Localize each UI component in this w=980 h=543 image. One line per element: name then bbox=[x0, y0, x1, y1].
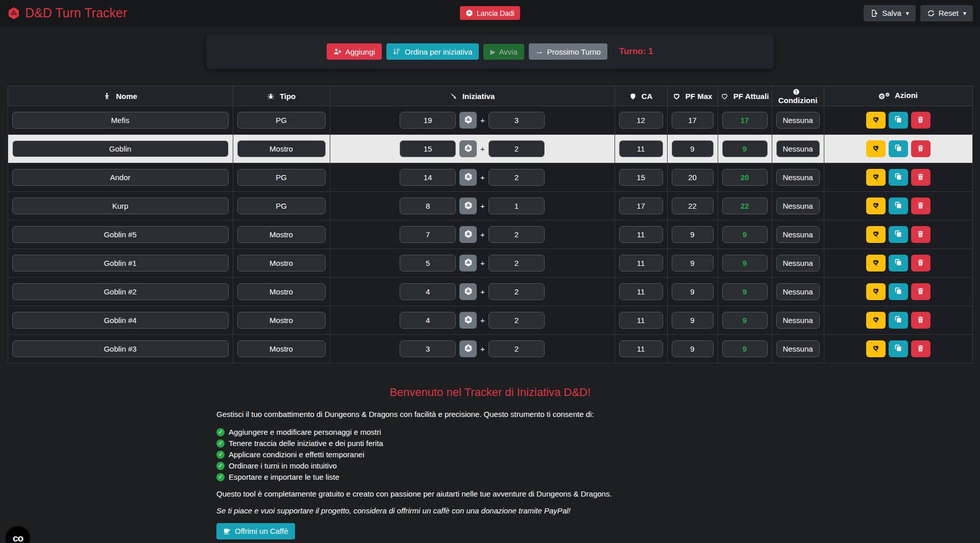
duplicate-button[interactable] bbox=[889, 140, 908, 157]
coffee-donation-button[interactable]: Offrimi un Caffè bbox=[216, 523, 295, 539]
conditions-input[interactable] bbox=[776, 226, 820, 243]
hp-current-input[interactable] bbox=[722, 255, 768, 272]
modifier-input[interactable] bbox=[488, 312, 545, 329]
type-input[interactable] bbox=[237, 226, 326, 243]
damage-heal-button[interactable] bbox=[866, 198, 886, 214]
hp-current-input[interactable] bbox=[722, 226, 768, 243]
armor-class-input[interactable] bbox=[619, 283, 663, 300]
damage-heal-button[interactable] bbox=[866, 255, 886, 272]
name-input[interactable] bbox=[12, 112, 229, 129]
duplicate-button[interactable] bbox=[889, 283, 908, 300]
delete-button[interactable] bbox=[911, 340, 930, 357]
hp-max-input[interactable] bbox=[672, 198, 714, 214]
roll-initiative-button[interactable] bbox=[459, 283, 477, 300]
modifier-input[interactable] bbox=[488, 112, 545, 129]
hp-current-input[interactable] bbox=[722, 283, 768, 300]
modifier-input[interactable] bbox=[488, 283, 545, 300]
name-input[interactable] bbox=[12, 169, 229, 186]
hp-current-input[interactable] bbox=[722, 312, 768, 329]
delete-button[interactable] bbox=[911, 140, 930, 157]
hp-max-input[interactable] bbox=[672, 169, 714, 186]
initiative-input[interactable] bbox=[400, 169, 456, 186]
modifier-input[interactable] bbox=[488, 255, 545, 272]
initiative-input[interactable] bbox=[400, 283, 456, 300]
duplicate-button[interactable] bbox=[889, 312, 908, 329]
type-input[interactable] bbox=[237, 140, 326, 157]
type-input[interactable] bbox=[237, 169, 326, 186]
duplicate-button[interactable] bbox=[889, 255, 908, 272]
armor-class-input[interactable] bbox=[619, 112, 663, 129]
duplicate-button[interactable] bbox=[889, 340, 908, 357]
conditions-input[interactable] bbox=[776, 255, 820, 272]
delete-button[interactable] bbox=[911, 226, 930, 243]
initiative-input[interactable] bbox=[400, 112, 456, 129]
start-combat-button[interactable]: ▶ Avvia bbox=[483, 44, 524, 60]
roll-initiative-button[interactable] bbox=[459, 226, 477, 243]
type-input[interactable] bbox=[237, 255, 326, 272]
initiative-input[interactable] bbox=[400, 340, 456, 357]
delete-button[interactable] bbox=[911, 283, 930, 300]
save-dropdown-button[interactable]: Salva ▾ bbox=[864, 5, 916, 21]
delete-button[interactable] bbox=[911, 312, 930, 329]
armor-class-input[interactable] bbox=[619, 255, 663, 272]
conditions-input[interactable] bbox=[776, 198, 820, 214]
name-input[interactable] bbox=[12, 255, 229, 272]
name-input[interactable] bbox=[12, 140, 229, 157]
delete-button[interactable] bbox=[911, 198, 930, 214]
hp-current-input[interactable] bbox=[722, 169, 768, 186]
modifier-input[interactable] bbox=[488, 169, 545, 186]
roll-initiative-button[interactable] bbox=[459, 198, 477, 214]
hp-max-input[interactable] bbox=[672, 255, 714, 272]
modifier-input[interactable] bbox=[488, 340, 545, 357]
armor-class-input[interactable] bbox=[619, 340, 663, 357]
name-input[interactable] bbox=[12, 198, 229, 214]
duplicate-button[interactable] bbox=[889, 169, 908, 186]
cookie-consent-button[interactable]: co bbox=[6, 527, 30, 543]
type-input[interactable] bbox=[237, 340, 326, 357]
name-input[interactable] bbox=[12, 340, 229, 357]
type-input[interactable] bbox=[237, 283, 326, 300]
armor-class-input[interactable] bbox=[619, 312, 663, 329]
armor-class-input[interactable] bbox=[619, 140, 663, 157]
hp-current-input[interactable] bbox=[722, 198, 768, 214]
hp-max-input[interactable] bbox=[672, 312, 714, 329]
name-input[interactable] bbox=[12, 283, 229, 300]
type-input[interactable] bbox=[237, 112, 326, 129]
conditions-input[interactable] bbox=[776, 312, 820, 329]
initiative-input[interactable] bbox=[400, 226, 456, 243]
name-input[interactable] bbox=[12, 226, 229, 243]
damage-heal-button[interactable] bbox=[866, 140, 886, 157]
damage-heal-button[interactable] bbox=[866, 283, 886, 300]
armor-class-input[interactable] bbox=[619, 169, 663, 186]
delete-button[interactable] bbox=[911, 169, 930, 186]
conditions-input[interactable] bbox=[776, 112, 820, 129]
armor-class-input[interactable] bbox=[619, 198, 663, 214]
sort-initiative-button[interactable]: Ordina per iniziativa bbox=[386, 43, 479, 60]
app-brand[interactable]: D&D Turn Tracker bbox=[7, 6, 127, 20]
hp-max-input[interactable] bbox=[672, 112, 714, 129]
next-turn-button[interactable]: → Prossimo Turno bbox=[529, 43, 607, 60]
duplicate-button[interactable] bbox=[889, 198, 908, 214]
damage-heal-button[interactable] bbox=[866, 169, 886, 186]
roll-dice-button[interactable]: Lancia Dadi bbox=[460, 6, 520, 20]
hp-max-input[interactable] bbox=[672, 283, 714, 300]
delete-button[interactable] bbox=[911, 112, 930, 129]
damage-heal-button[interactable] bbox=[866, 312, 886, 329]
initiative-input[interactable] bbox=[400, 312, 456, 329]
roll-initiative-button[interactable] bbox=[459, 340, 477, 357]
roll-initiative-button[interactable] bbox=[459, 112, 477, 129]
duplicate-button[interactable] bbox=[889, 226, 908, 243]
initiative-input[interactable] bbox=[400, 140, 456, 157]
add-character-button[interactable]: Aggiungi bbox=[327, 43, 381, 60]
type-input[interactable] bbox=[237, 312, 326, 329]
hp-current-input[interactable] bbox=[722, 140, 768, 157]
initiative-input[interactable] bbox=[400, 198, 456, 214]
roll-initiative-button[interactable] bbox=[459, 169, 477, 186]
modifier-input[interactable] bbox=[488, 140, 545, 157]
roll-initiative-button[interactable] bbox=[459, 312, 477, 329]
damage-heal-button[interactable] bbox=[866, 340, 886, 357]
hp-max-input[interactable] bbox=[672, 226, 714, 243]
hp-current-input[interactable] bbox=[722, 340, 768, 357]
conditions-input[interactable] bbox=[776, 140, 820, 157]
modifier-input[interactable] bbox=[488, 198, 545, 214]
